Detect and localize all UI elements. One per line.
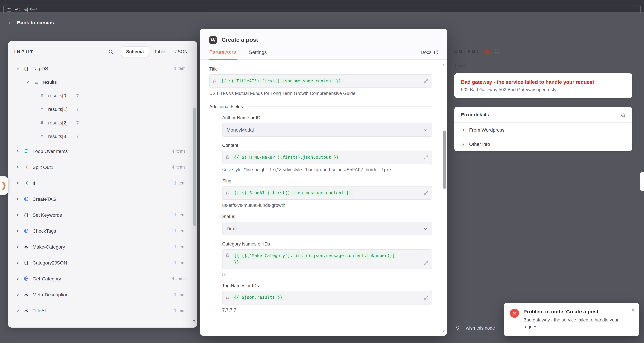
schema-node-loop-over-items1[interactable]: Loop Over Items1 4 items xyxy=(8,143,197,159)
schema-node-label: Make-Category xyxy=(32,244,65,250)
slug-expression: {{ $('SlugAI').first().json.message.cont… xyxy=(232,190,353,196)
fx-badge: fx xyxy=(226,155,229,160)
fx-badge: fx xyxy=(226,253,229,258)
title-expression-input[interactable]: fx {{ $('TitleAI').first().json.message.… xyxy=(209,74,432,88)
status-select[interactable]: Draft xyxy=(222,222,432,235)
slug-expression-input[interactable]: fx {{ $('SlugAI').first().json.message.c… xyxy=(222,186,432,200)
expand-expression-icon[interactable] xyxy=(424,79,428,84)
schema-item-results[interactable]: results xyxy=(8,75,197,89)
schema-node-split-out1[interactable]: Split Out1 4 items xyxy=(8,159,197,175)
chevron-right-icon[interactable] xyxy=(15,197,20,200)
schema-node-label: Loop Over Items1 xyxy=(32,148,70,154)
schema-item-results-1[interactable]: # results[1] 7 xyxy=(8,102,197,116)
chevron-right-icon[interactable] xyxy=(15,309,20,312)
slug-resolved-preview: us-etfs-vs-mutual-funds-growth xyxy=(222,203,432,208)
bookmarks-folder-button[interactable]: 모든 북마크 xyxy=(4,5,641,14)
browser-bookmarks-bar: | 모든 북마크 xyxy=(0,0,644,12)
schema-item-results-2[interactable]: # results[2] 7 xyxy=(8,116,197,130)
info-icon[interactable] xyxy=(494,48,500,54)
chevron-right-icon[interactable] xyxy=(15,245,20,248)
schema-item-results-3[interactable]: # results[3] 7 xyxy=(8,130,197,143)
tags-expression-input[interactable]: fx {{ $json.results }} xyxy=(222,291,432,304)
modal-scrollbar-thumb[interactable] xyxy=(443,130,446,189)
schema-node-if[interactable]: If 1 item xyxy=(8,175,197,191)
error-details-card: Error details From Wordpress Other info xyxy=(454,107,632,151)
schema-node-category2json[interactable]: {} Category2JSON 1 item xyxy=(8,255,197,270)
scroll-down-arrow-icon[interactable]: ▼ xyxy=(192,319,196,323)
expand-expression-icon[interactable] xyxy=(424,190,428,195)
schema-item-label: results[3] xyxy=(48,134,68,139)
schema-item-label: results xyxy=(43,79,57,85)
openai-icon xyxy=(22,308,30,313)
chevron-right-icon[interactable] xyxy=(15,213,20,216)
expand-expression-icon[interactable] xyxy=(424,260,428,265)
schema-node-make-category[interactable]: Make-Category 1 item xyxy=(8,239,197,255)
chevron-right-icon[interactable] xyxy=(15,261,20,264)
search-icon[interactable] xyxy=(108,49,114,54)
scroll-up-arrow-icon[interactable]: ▲ xyxy=(442,63,446,66)
item-count: 1 item xyxy=(174,260,186,265)
author-select[interactable]: MoneyMedal xyxy=(222,123,432,137)
schema-node-get-category[interactable]: Get-Category 4 items xyxy=(8,270,197,286)
canvas-node-brace-tab[interactable]: } xyxy=(0,176,8,195)
tab-json[interactable]: JSON xyxy=(171,47,192,57)
item-count: 4 items xyxy=(172,149,186,154)
schema-item-tagids[interactable]: {} TagIDS 1 item xyxy=(8,62,197,75)
schema-item-value: 7 xyxy=(76,134,79,139)
schema-item-label: results[0] xyxy=(48,93,68,98)
canvas-node-right-sliver[interactable] xyxy=(640,172,644,191)
globe-icon xyxy=(22,196,30,202)
output-panel-header: OUTPUT xyxy=(454,48,632,54)
copy-icon[interactable] xyxy=(620,112,626,117)
category-expression-input[interactable]: fx {{ [$('Make-Category').first().json.m… xyxy=(222,249,432,269)
chevron-right-icon[interactable] xyxy=(15,229,20,232)
error-details-row-other[interactable]: Other info xyxy=(454,137,632,151)
docs-label: Docs xyxy=(421,50,432,55)
wordpress-icon: W xyxy=(208,36,218,44)
chevron-right-icon[interactable] xyxy=(15,165,20,169)
error-circle-icon: × xyxy=(510,308,519,318)
tags-resolved-preview: 7,7,7,7 xyxy=(222,308,432,312)
item-count: 4 items xyxy=(172,165,186,170)
input-scrollbar-thumb[interactable] xyxy=(193,108,196,226)
tab-table[interactable]: Table xyxy=(150,47,170,57)
chevron-right-icon[interactable] xyxy=(15,149,20,153)
item-count: 1 item xyxy=(174,244,186,249)
tab-parameters[interactable]: Parameters xyxy=(208,49,237,60)
schema-node-label: Category2JSON xyxy=(32,260,67,265)
split-icon xyxy=(22,164,30,170)
schema-node-label: CreateTAG xyxy=(32,196,56,202)
schema-item-results-0[interactable]: # results[0] 7 xyxy=(8,89,197,102)
tab-settings[interactable]: Settings xyxy=(248,50,268,59)
content-expression-input[interactable]: fx {{ $('HTML-Maker').first().json.outpu… xyxy=(222,150,432,164)
schema-node-label: Meta-Description xyxy=(32,292,68,297)
close-icon[interactable]: × xyxy=(631,307,634,313)
schema-node-createtag[interactable]: CreateTAG xyxy=(8,191,197,207)
loop-icon xyxy=(22,148,30,154)
schema-node-meta-description[interactable]: Meta-Description 1 item xyxy=(8,286,197,302)
schema-node-set-keywords[interactable]: {} Set Keywords 1 item xyxy=(8,207,197,223)
chevron-down-icon[interactable] xyxy=(25,80,30,84)
field-label-status: Status xyxy=(222,214,432,219)
schema-node-label: Get-Category xyxy=(32,276,61,281)
schema-node-checktags[interactable]: CheckTags 1 item xyxy=(8,223,197,239)
chevron-down-icon[interactable] xyxy=(15,67,20,70)
docs-link[interactable]: Docs xyxy=(421,50,438,59)
chevron-right-icon[interactable] xyxy=(15,277,20,280)
item-count: 4 items xyxy=(172,276,186,281)
node-feedback-hint[interactable]: I wish this node xyxy=(455,326,495,330)
schema-node-titleai[interactable]: TitleAI 1 item xyxy=(8,302,197,318)
expand-expression-icon[interactable] xyxy=(424,295,428,300)
back-to-canvas-button[interactable]: ← Back to canvas xyxy=(8,19,54,26)
scroll-down-arrow-icon[interactable]: ▼ xyxy=(442,330,446,333)
item-count: 1 item xyxy=(174,308,186,313)
error-details-row-wordpress[interactable]: From Wordpress xyxy=(454,123,632,137)
input-panel-header: INPUT Schema Table JSON xyxy=(8,41,197,59)
warning-triangle-icon xyxy=(484,48,491,54)
status-select-value: Draft xyxy=(226,226,237,231)
chevron-right-icon[interactable] xyxy=(15,293,20,296)
tab-schema[interactable]: Schema xyxy=(121,46,149,57)
chevron-right-icon[interactable] xyxy=(15,181,20,185)
expand-expression-icon[interactable] xyxy=(424,155,428,160)
if-branch-icon xyxy=(22,180,30,186)
